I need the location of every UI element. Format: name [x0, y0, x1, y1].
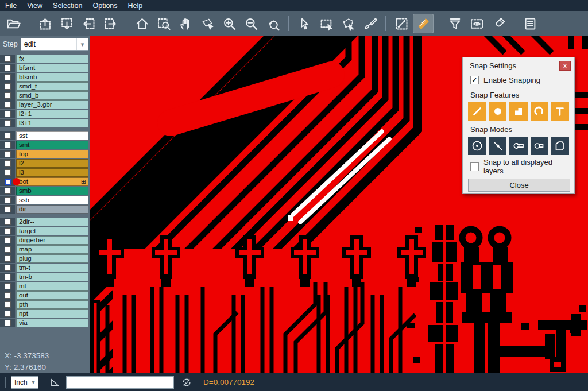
layer-visibility-checkbox[interactable] — [5, 274, 11, 280]
layer-row-l2[interactable]: l2 — [0, 159, 90, 168]
layer-row-target[interactable]: target — [0, 227, 90, 235]
layer-row-dirgerber[interactable]: dirgerber — [0, 236, 90, 245]
layer-visibility-checkbox[interactable] — [5, 74, 11, 80]
select-pointer-button[interactable] — [294, 14, 315, 33]
layer-visibility-checkbox[interactable] — [5, 320, 11, 326]
menu-view[interactable]: View — [22, 0, 48, 11]
layer-visibility-checkbox[interactable] — [5, 92, 11, 99]
layer-row-tm-t[interactable]: tm-t — [0, 264, 90, 272]
layer-row-ssb[interactable]: ssb — [0, 196, 90, 204]
layer-row-smd_t[interactable]: smd_t — [0, 82, 90, 91]
layer-visibility-checkbox[interactable] — [5, 255, 11, 262]
layer-row-via[interactable]: via — [0, 319, 90, 327]
unit-select[interactable]: Inch ▾ — [11, 376, 38, 389]
step-select[interactable]: edit ▾ — [21, 38, 88, 51]
zoom-previous-button[interactable] — [262, 14, 283, 33]
layer-row-fx[interactable]: fx — [0, 55, 90, 63]
pan-hand-button[interactable] — [175, 14, 196, 33]
filter-button[interactable] — [444, 14, 465, 33]
layer-visibility-checkbox[interactable] — [5, 292, 11, 299]
layer-visibility-checkbox[interactable] — [5, 301, 11, 308]
layer-visibility-checkbox[interactable] — [5, 169, 11, 176]
snap-feature-pad[interactable] — [489, 102, 506, 121]
layer-visibility-checkbox[interactable] — [5, 206, 11, 212]
layer-visibility-checkbox[interactable] — [5, 265, 11, 271]
layer-row-smb[interactable]: smb — [0, 187, 90, 195]
layer-visibility-checkbox[interactable] — [5, 237, 11, 243]
pan-right-button[interactable] — [100, 14, 121, 33]
layer-row-layer_3.gbr[interactable]: layer_3.gbr — [0, 100, 90, 109]
layer-row-2dir--[interactable]: 2dir-- — [0, 218, 90, 226]
chevron-down-icon[interactable]: ▾ — [76, 38, 88, 50]
layer-row-l2+1[interactable]: l2+1 — [0, 110, 90, 118]
snap-mode-slot-end[interactable] — [509, 137, 527, 155]
layer-row-dir[interactable]: dir — [0, 205, 90, 214]
snap-feature-line[interactable] — [468, 102, 486, 121]
layer-visibility-checkbox[interactable] — [5, 179, 11, 185]
brush-button[interactable] — [359, 14, 380, 33]
layer-visibility-checkbox[interactable] — [5, 246, 11, 253]
layer-row-plug[interactable]: plug — [0, 254, 90, 263]
layer-row-map[interactable]: map — [0, 245, 90, 254]
layer-visibility-checkbox[interactable] — [5, 160, 11, 167]
layer-visibility-checkbox[interactable] — [5, 83, 11, 90]
layer-visibility-checkbox[interactable] — [5, 120, 11, 126]
layer-visibility-checkbox[interactable] — [5, 228, 11, 234]
layer-row-bfsmb[interactable]: bfsmb — [0, 73, 90, 82]
menu-file[interactable]: File — [0, 0, 22, 11]
snap-mode-center[interactable] — [468, 137, 486, 155]
snap-mode-slot[interactable] — [531, 137, 548, 155]
snap-feature-arc[interactable] — [531, 102, 548, 121]
zoom-home-button[interactable] — [131, 14, 152, 33]
close-icon[interactable]: x — [559, 61, 571, 71]
snap-mode-contour[interactable] — [551, 137, 569, 155]
layer-visibility-checkbox[interactable] — [5, 142, 11, 148]
layer-visibility-checkbox[interactable] — [5, 56, 11, 62]
layer-visibility-checkbox[interactable] — [5, 197, 11, 203]
layer-row-npt[interactable]: npt — [0, 309, 90, 318]
layer-row-smt[interactable]: smt — [0, 141, 90, 149]
menu-options[interactable]: Options — [87, 0, 122, 11]
snap-feature-text[interactable] — [551, 102, 569, 121]
zoom-region-button[interactable] — [153, 14, 174, 33]
layer-visibility-checkbox[interactable] — [5, 151, 11, 157]
layer-row-mt[interactable]: mt — [0, 282, 90, 291]
ruler-button[interactable] — [413, 14, 434, 33]
pan-down-button[interactable] — [56, 14, 77, 33]
menu-help[interactable]: Help — [123, 0, 148, 11]
dialog-title-bar[interactable]: Snap Settings x — [463, 57, 574, 73]
layer-row-l3+1[interactable]: l3+1 — [0, 119, 90, 127]
enable-snapping-checkbox[interactable]: ✓ — [470, 76, 479, 84]
layer-visibility-checkbox[interactable] — [5, 188, 11, 194]
snap-feature-surface[interactable] — [509, 102, 527, 121]
layer-row-tm-b[interactable]: tm-b — [0, 273, 90, 281]
layer-row-top[interactable]: top — [0, 150, 90, 158]
layer-row-out[interactable]: out — [0, 291, 90, 300]
layer-visibility-checkbox[interactable] — [5, 111, 11, 117]
layer-row-bot[interactable]: bot⊞ — [0, 177, 90, 186]
layer-visibility-checkbox[interactable] — [5, 102, 11, 108]
menu-selection[interactable]: Selection — [48, 0, 87, 11]
zoom-in-button[interactable] — [219, 14, 239, 33]
select-rectangle-button[interactable] — [316, 14, 336, 33]
layer-visibility-checkbox[interactable] — [5, 65, 11, 71]
refresh-check-icon[interactable] — [181, 377, 192, 388]
command-input[interactable] — [66, 376, 174, 389]
move-vertex-button[interactable] — [197, 14, 218, 33]
close-button[interactable]: Close — [468, 179, 570, 192]
layer-visibility-checkbox[interactable] — [5, 219, 11, 225]
show-selection-button[interactable] — [466, 14, 487, 33]
zoom-out-button[interactable] — [241, 14, 261, 33]
snap-mode-point[interactable] — [489, 137, 506, 155]
pan-up-button[interactable] — [34, 14, 55, 33]
all-layers-checkbox[interactable] — [470, 162, 479, 171]
layer-row-bfsmt[interactable]: bfsmt — [0, 64, 90, 72]
layer-row-smd_b[interactable]: smd_b — [0, 91, 90, 100]
measure-line-button[interactable] — [391, 14, 412, 33]
open-project-button[interactable] — [3, 14, 24, 33]
pan-left-button[interactable] — [78, 14, 99, 33]
layer-visibility-checkbox[interactable] — [5, 283, 11, 289]
select-polygon-button[interactable] — [338, 14, 358, 33]
report-button[interactable] — [520, 14, 540, 33]
layer-visibility-checkbox[interactable] — [5, 311, 11, 317]
